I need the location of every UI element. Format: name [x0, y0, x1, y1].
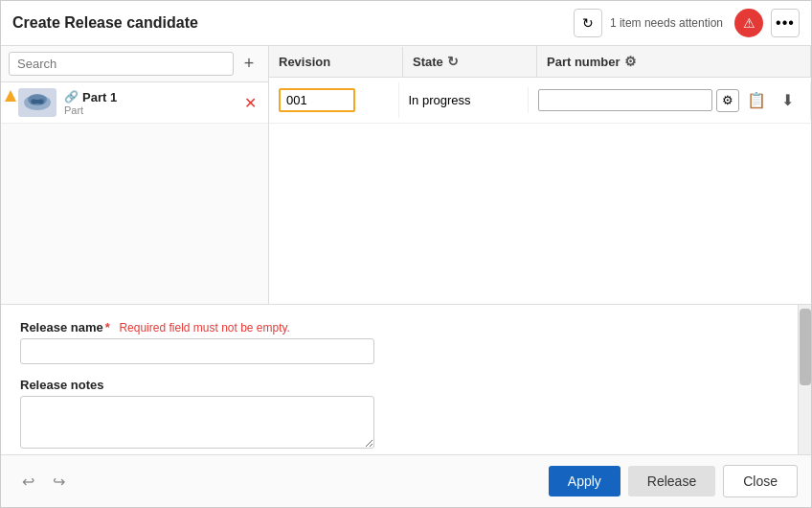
scrollbar-thumb[interactable]	[800, 309, 811, 385]
dialog-footer: ↩ ↪ Apply Release Close	[1, 454, 811, 507]
release-name-group: Release name* Required field must not be…	[20, 320, 778, 364]
item-info: 🔗 Part 1 Part	[64, 90, 240, 116]
redo-button[interactable]: ↪	[45, 468, 72, 495]
gear-icon: ⚙	[722, 93, 733, 107]
part-icon	[20, 90, 55, 115]
top-section: + 🔗 Par	[1, 46, 811, 305]
release-name-label: Release name* Required field must not be…	[20, 320, 778, 335]
error-message: Required field must not be empty.	[119, 321, 290, 335]
svg-rect-4	[32, 100, 43, 104]
bottom-section: Release name* Required field must not be…	[1, 305, 811, 454]
redo-icon: ↪	[53, 473, 65, 491]
table-body: In progress ⚙ 📋 ⬇	[269, 78, 811, 304]
search-bar: +	[1, 46, 268, 82]
add-icon: +	[244, 54, 255, 74]
release-notes-textarea[interactable]	[20, 396, 374, 449]
revision-input[interactable]	[279, 88, 355, 112]
view-button[interactable]: 📋	[743, 87, 770, 114]
refresh-col-icon[interactable]: ↻	[447, 54, 459, 69]
search-panel: + 🔗 Par	[1, 46, 269, 304]
table-header: Revision State ↻ Part number ⚙	[269, 46, 811, 78]
item-thumbnail	[18, 88, 56, 117]
cell-revision	[269, 82, 399, 118]
dialog-title: Create Release candidate	[12, 14, 566, 32]
form-panel: Release name* Required field must not be…	[1, 305, 798, 454]
col-header-partnum: Part number ⚙	[537, 46, 811, 77]
footer-left: ↩ ↪	[14, 468, 541, 495]
undo-icon: ↩	[22, 473, 34, 491]
view-icon: 📋	[747, 91, 766, 109]
partnum-gear-button[interactable]: ⚙	[716, 89, 739, 112]
cell-partnum: ⚙ 📋 ⬇	[529, 81, 811, 120]
item-type: Part	[64, 104, 240, 116]
release-notes-group: Release notes	[20, 378, 778, 449]
warning-icon	[5, 90, 16, 102]
attention-button[interactable]: ⚠	[734, 9, 763, 37]
col-header-revision: Revision	[269, 47, 403, 77]
remove-item-button[interactable]: ✕	[240, 92, 260, 114]
scrollbar-track[interactable]	[798, 305, 811, 454]
gear-col-icon[interactable]: ⚙	[624, 54, 637, 69]
refresh-button[interactable]: ↻	[574, 9, 602, 37]
release-name-input[interactable]	[20, 338, 374, 364]
search-input[interactable]	[9, 52, 234, 76]
close-button[interactable]: Close	[723, 465, 798, 497]
add-button[interactable]: +	[237, 53, 260, 76]
attention-icon: ⚠	[743, 15, 756, 31]
cell-state: In progress	[399, 87, 530, 113]
remove-icon: ✕	[244, 95, 257, 111]
link-icon: 🔗	[64, 90, 79, 104]
item-name: 🔗 Part 1	[64, 90, 240, 104]
more-icon: •••	[776, 14, 795, 32]
table-section: Revision State ↻ Part number ⚙ In	[269, 46, 811, 304]
apply-button[interactable]: Apply	[549, 466, 620, 496]
download-icon: ⬇	[781, 91, 794, 109]
more-options-button[interactable]: •••	[771, 9, 800, 37]
dialog-header: Create Release candidate ↻ 1 item needs …	[1, 1, 811, 46]
partnum-input[interactable]	[538, 89, 712, 111]
undo-button[interactable]: ↩	[14, 468, 41, 495]
release-notes-label: Release notes	[20, 378, 778, 392]
list-item: 🔗 Part 1 Part ✕	[1, 82, 268, 124]
table-row: In progress ⚙ 📋 ⬇	[269, 78, 811, 124]
required-marker: *	[105, 320, 110, 335]
release-button[interactable]: Release	[628, 466, 715, 496]
download-button[interactable]: ⬇	[774, 87, 801, 114]
create-release-dialog: Create Release candidate ↻ 1 item needs …	[0, 0, 812, 508]
attention-label: 1 item needs attention	[610, 16, 723, 30]
refresh-icon: ↻	[582, 15, 594, 31]
col-header-state: State ↻	[403, 46, 537, 77]
